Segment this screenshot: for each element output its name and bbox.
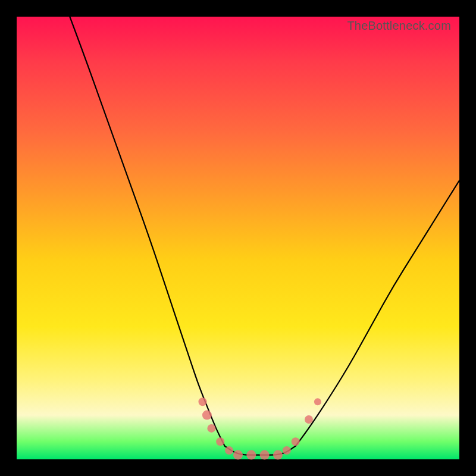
data-marker: [314, 398, 321, 405]
data-marker: [216, 437, 224, 446]
data-marker: [260, 450, 270, 460]
data-marker: [273, 450, 283, 460]
data-marker: [207, 424, 215, 433]
data-marker: [246, 450, 256, 460]
chart-frame: TheBottleneck.com: [0, 0, 476, 476]
bottleneck-curve: [17, 17, 459, 459]
data-marker: [283, 446, 291, 455]
data-marker: [199, 397, 207, 406]
data-marker: [202, 411, 212, 420]
data-marker: [225, 446, 233, 455]
curve-path: [70, 17, 459, 455]
plot-area: TheBottleneck.com: [17, 17, 459, 459]
data-marker: [233, 450, 243, 460]
data-marker: [292, 437, 300, 446]
data-marker: [305, 415, 313, 424]
